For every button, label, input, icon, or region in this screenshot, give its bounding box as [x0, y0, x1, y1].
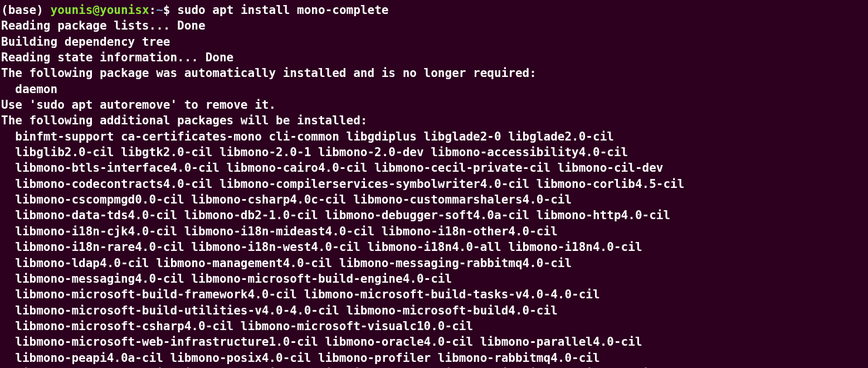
package-line: libmono-messaging4.0-cil libmono-microso… — [1, 272, 452, 285]
prompt-path: ~ — [156, 3, 163, 17]
package-line: libmono-microsoft-web-infrastructure1.0-… — [1, 335, 642, 348]
package-line: libmono-btls-interface4.0-cil libmono-ca… — [1, 161, 663, 175]
package-line: libmono-i18n-cjk4.0-cil libmono-i18n-mid… — [1, 225, 558, 238]
package-line: libmono-peapi4.0a-cil libmono-posix4.0-c… — [1, 351, 600, 365]
package-line: libmono-i18n-rare4.0-cil libmono-i18n-we… — [1, 240, 642, 254]
output-line: Use 'sudo apt autoremove' to remove it. — [1, 98, 276, 112]
output-line: Building dependency tree — [1, 35, 170, 49]
package-line: libmono-microsoft-build-utilities-v4.0-4… — [1, 304, 558, 317]
output-line: Reading package lists... Done — [1, 19, 206, 32]
package-line: libmono-codecontracts4.0-cil libmono-com… — [1, 177, 684, 191]
package-line: libmono-cscompmgd0.0-cil libmono-csharp4… — [1, 193, 572, 206]
package-line: libmono-data-tds4.0-cil libmono-db2-1.0-… — [1, 209, 670, 222]
prompt-dollar: $ — [163, 3, 170, 17]
prompt-user-host: younis@younisx — [51, 3, 149, 17]
package-line: libmono-microsoft-csharp4.0-cil libmono-… — [1, 319, 473, 333]
package-line: libglib2.0-cil libgtk2.0-cil libmono-2.0… — [1, 146, 628, 159]
output-line: daemon — [1, 83, 57, 96]
command-input[interactable]: sudo apt install mono-complete — [177, 3, 388, 17]
prompt-colon: : — [149, 3, 157, 17]
prompt-env: (base) — [1, 3, 43, 17]
package-line: libmono-ldap4.0-cil libmono-management4.… — [1, 256, 572, 270]
output-line: Reading state information... Done — [1, 51, 233, 64]
package-line: libmono-microsoft-build-framework4.0-cil… — [1, 288, 600, 301]
output-line: The following package was automatically … — [1, 66, 537, 80]
output-line: The following additional packages will b… — [1, 114, 367, 127]
package-line: binfmt-support ca-certificates-mono cli-… — [1, 130, 614, 143]
